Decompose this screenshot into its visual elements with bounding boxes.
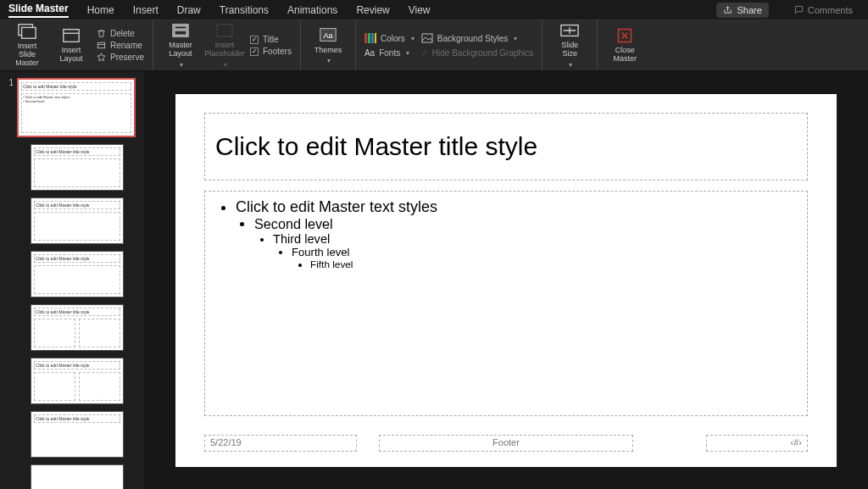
date-placeholder[interactable]: 5/22/19 xyxy=(204,435,357,452)
comments-label: Comments xyxy=(808,5,853,15)
svg-rect-13 xyxy=(368,33,370,43)
check-icon: ✓ xyxy=(250,47,259,56)
svg-rect-16 xyxy=(422,34,432,42)
colors-icon xyxy=(364,33,376,43)
title-placeholder[interactable]: Click to edit Master title style xyxy=(204,113,808,181)
slidenum-text: ‹#› xyxy=(791,437,802,447)
tab-insert[interactable]: Insert xyxy=(133,4,159,16)
body-l5: Fifth level xyxy=(310,258,795,270)
layout-thumb[interactable]: Click to edit Master title style xyxy=(31,304,124,351)
thumb-title: Click to edit Master title style xyxy=(34,254,120,263)
thumb-body xyxy=(34,265,120,294)
comments-button[interactable]: Comments xyxy=(787,3,860,18)
body-l3: Third level Fourth level Fifth level xyxy=(273,232,795,270)
fonts-button[interactable]: Aa Fonts▾ xyxy=(364,48,415,58)
menu-bar: Slide Master Home Insert Draw Transition… xyxy=(0,0,868,20)
svg-rect-2 xyxy=(64,30,79,42)
slide-master-icon xyxy=(18,23,36,40)
date-text: 5/22/19 xyxy=(210,437,242,447)
close-icon xyxy=(615,27,634,44)
master-slide[interactable]: Click to edit Master title style Click t… xyxy=(175,94,837,467)
layout-icon xyxy=(62,27,81,44)
fonts-icon: Aa xyxy=(364,48,375,58)
thumb-body xyxy=(79,319,120,347)
hide-bg-label: Hide Background Graphics xyxy=(432,48,534,58)
layout-thumb[interactable]: Click to edit Master title style xyxy=(31,144,124,191)
svg-rect-7 xyxy=(175,26,186,30)
tab-review[interactable]: Review xyxy=(356,4,389,16)
thumb-title: Click to edit Master title style xyxy=(34,201,120,209)
tab-home[interactable]: Home xyxy=(87,4,114,16)
tab-animations[interactable]: Animations xyxy=(287,4,337,16)
themes-label: Themes xyxy=(314,46,342,54)
insert-slide-master-button[interactable]: Insert Slide Master xyxy=(8,23,46,68)
preserve-label: Preserve xyxy=(110,53,144,62)
slide-size-label: Slide Size xyxy=(561,42,578,58)
slidenum-placeholder[interactable]: ‹#› xyxy=(706,435,808,452)
layout-thumb[interactable]: Click to edit Master title style xyxy=(31,197,124,244)
share-icon xyxy=(723,5,732,14)
tab-draw[interactable]: Draw xyxy=(177,4,201,16)
thumb-body xyxy=(79,372,120,401)
colors-button[interactable]: Colors▾ xyxy=(364,33,415,43)
body-placeholder[interactable]: Click to edit Master text styles Second … xyxy=(204,191,808,416)
svg-rect-1 xyxy=(22,28,36,39)
layout-thumb[interactable] xyxy=(31,464,124,489)
body-l1: Click to edit Master text styles Second … xyxy=(236,198,795,270)
rename-icon xyxy=(97,41,106,50)
delete-button[interactable]: Delete xyxy=(97,29,144,38)
comments-icon xyxy=(794,5,804,14)
tab-slide-master[interactable]: Slide Master xyxy=(8,3,69,18)
close-master-label: Close Master xyxy=(614,47,637,64)
layout-thumb[interactable]: Click to edit Master title style xyxy=(31,358,124,404)
preserve-icon xyxy=(97,53,106,62)
title-checkbox[interactable]: ✓Title xyxy=(250,35,292,44)
insert-placeholder-label: Insert Placeholder xyxy=(204,42,245,58)
rename-label: Rename xyxy=(110,41,142,50)
master-layout-button[interactable]: Master Layout▾ xyxy=(162,22,199,69)
master-layout-icon xyxy=(171,22,190,39)
ribbon: Insert Slide Master Insert Layout Delete… xyxy=(0,20,868,71)
svg-rect-12 xyxy=(364,33,367,43)
placeholder-icon xyxy=(215,22,234,39)
footer-placeholder[interactable]: Footer xyxy=(379,435,633,452)
insert-slide-master-label: Insert Slide Master xyxy=(8,42,46,68)
preserve-button[interactable]: Preserve xyxy=(97,53,144,62)
layout-thumb[interactable]: Click to edit Master title style xyxy=(31,251,124,297)
slide-size-icon xyxy=(560,22,579,39)
body-l4: Fourth level Fifth level xyxy=(292,246,795,270)
tab-transitions[interactable]: Transitions xyxy=(220,4,269,16)
close-master-button[interactable]: Close Master xyxy=(606,27,643,64)
footers-checkbox[interactable]: ✓Footers xyxy=(250,47,292,56)
rename-button[interactable]: Rename xyxy=(97,41,144,50)
master-layout-label: Master Layout xyxy=(169,42,192,58)
hide-background-checkbox[interactable]: ✓ Hide Background Graphics xyxy=(421,48,534,58)
insert-layout-button[interactable]: Insert Layout xyxy=(53,27,90,64)
delete-label: Delete xyxy=(110,29,135,38)
bg-styles-label: Background Styles xyxy=(437,34,508,43)
colors-label: Colors xyxy=(381,34,405,43)
fonts-label: Fonts xyxy=(379,48,400,58)
thumbnail-panel[interactable]: 1 Click to edit Master title style • Cli… xyxy=(0,71,144,489)
thumb-title: Click to edit Master title style xyxy=(34,308,120,316)
insert-placeholder-button[interactable]: Insert Placeholder▾ xyxy=(206,22,243,69)
svg-text:Aa: Aa xyxy=(323,31,333,40)
themes-button[interactable]: Aa Themes▾ xyxy=(309,26,347,64)
check-icon: ✓ xyxy=(250,36,259,44)
thumb-body: • Click to edit Master text styles • Sec… xyxy=(21,93,131,133)
svg-rect-8 xyxy=(175,31,186,35)
background-styles-button[interactable]: Background Styles▾ xyxy=(421,33,534,43)
body-l2: Second level Third level Fourth level Fi… xyxy=(254,216,795,270)
slide-canvas-area[interactable]: Click to edit Master title style Click t… xyxy=(144,71,868,489)
slide-size-button[interactable]: Slide Size▾ xyxy=(551,22,588,69)
svg-rect-15 xyxy=(375,33,376,43)
check-icon: ✓ xyxy=(421,48,428,58)
share-button[interactable]: Share xyxy=(716,3,768,18)
svg-rect-14 xyxy=(371,33,374,43)
background-icon xyxy=(421,33,433,43)
svg-rect-9 xyxy=(217,25,232,36)
master-slide-thumb[interactable]: Click to edit Master title style • Click… xyxy=(17,78,136,137)
tab-view[interactable]: View xyxy=(409,4,431,16)
layout-thumb[interactable]: Click to edit Master title style xyxy=(31,411,124,458)
insert-layout-label: Insert Layout xyxy=(59,47,82,64)
